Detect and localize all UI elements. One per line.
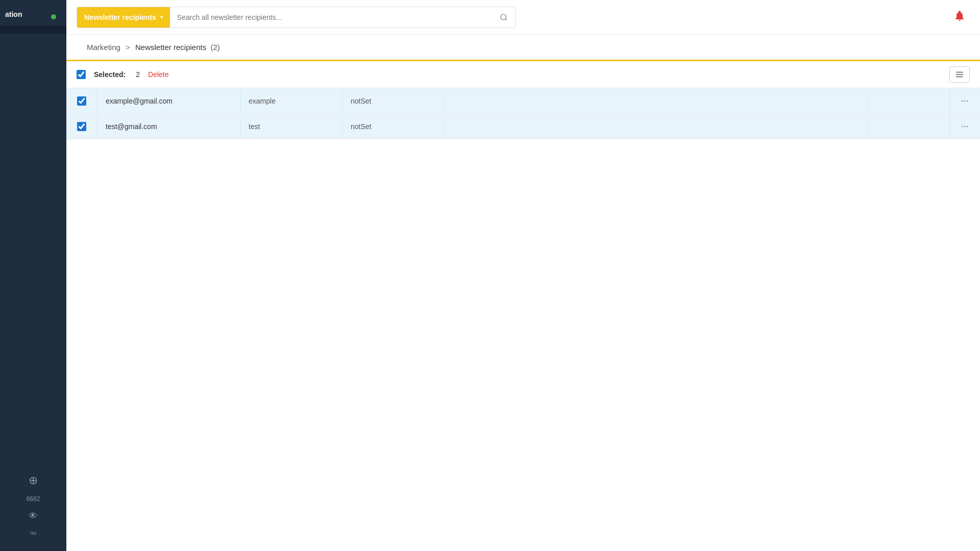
newsletter-recipients-dropdown[interactable]: Newsletter recipients ▾ [77,7,170,28]
row-empty-2 [868,119,949,134]
breadcrumb: Marketing > Newsletter recipients (2) [66,35,980,61]
selected-count: 2 [136,70,140,79]
breadcrumb-current: Newsletter recipients [135,43,206,52]
row-email: example@gmail.com [97,90,240,112]
selected-label: Selected: [94,70,126,79]
row-actions-button[interactable]: ··· [949,88,980,113]
sidebar-app-name: ation [0,10,66,18]
sidebar-eye-button[interactable]: 👁 [29,511,38,521]
table-row: test@gmail.com test notSet ··· [66,114,980,139]
table-area: Selected: 2 Delete example@gmail.com exa… [66,61,980,551]
breadcrumb-count: (2) [208,43,220,52]
row-name: test [240,115,342,138]
row-checkbox-cell [66,115,97,138]
search-container: Newsletter recipients ▾ [77,7,516,28]
select-all-checkbox[interactable] [77,70,86,79]
breadcrumb-separator: > [126,43,130,52]
svg-point-0 [501,14,506,20]
breadcrumb-parent[interactable]: Marketing [87,43,120,52]
sidebar: ation ⊕ 6682 👁 nu [0,0,66,551]
row-checkbox-cell [66,89,97,113]
main-content: Newsletter recipients ▾ Marketing > News… [66,0,980,551]
row-actions-button[interactable]: ··· [949,114,980,139]
row-empty-1 [444,94,868,108]
table-row: example@gmail.com example notSet ··· [66,88,980,114]
row-select-checkbox[interactable] [77,122,86,131]
sidebar-status-dot [51,14,56,19]
topbar-right [949,8,970,27]
notification-button[interactable] [949,8,970,27]
search-icon[interactable] [493,13,515,21]
sidebar-add-button[interactable]: ⊕ [29,474,38,487]
sidebar-bottom: ⊕ 6682 👁 nu [0,469,66,541]
svg-line-1 [505,19,507,20]
table-toolbar: Selected: 2 Delete [66,61,980,88]
chevron-down-icon: ▾ [160,14,163,20]
row-empty-1 [444,119,868,134]
sidebar-dark-section [0,26,66,34]
search-input[interactable] [170,7,493,28]
sidebar-menu-label: nu [30,530,36,536]
row-email: test@gmail.com [97,115,240,138]
delete-button[interactable]: Delete [148,70,168,79]
row-status: notSet [342,115,444,138]
dropdown-label: Newsletter recipients [84,13,156,21]
view-toggle-button[interactable] [949,66,970,83]
sidebar-port-label: 6682 [27,495,40,503]
row-name: example [240,90,342,112]
row-status: notSet [342,90,444,112]
topbar: Newsletter recipients ▾ [66,0,980,35]
row-select-checkbox[interactable] [77,96,86,106]
row-empty-2 [868,94,949,108]
